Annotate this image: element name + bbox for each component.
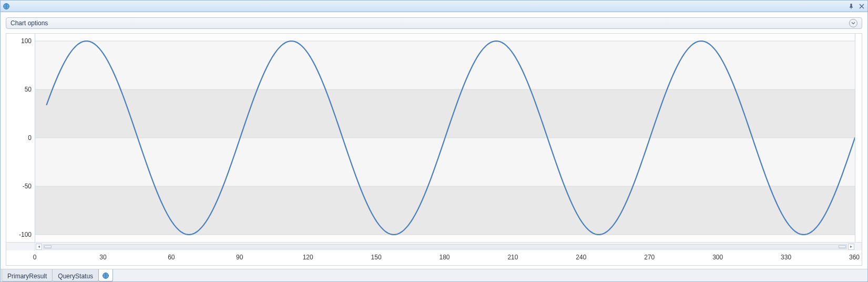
chart-options-bar[interactable]: Chart options (6, 17, 862, 29)
tab-label: PrimaryResult (7, 273, 47, 280)
scroll-left-button[interactable]: ◂ (36, 244, 42, 250)
scroll-thumb-right[interactable] (839, 245, 846, 248)
horizontal-scrollbar[interactable]: ◂ ▸ (6, 242, 862, 250)
panel-body: Chart options -100-50050100 ◂ (1, 12, 867, 269)
svg-rect-3 (35, 89, 855, 138)
close-icon[interactable] (858, 3, 865, 10)
x-tick-label: 30 (99, 254, 106, 261)
tab-querystatus[interactable]: QueryStatus (52, 269, 99, 281)
svg-rect-2 (35, 138, 855, 186)
x-tick-label: 270 (644, 254, 655, 261)
tab-chart[interactable] (98, 269, 113, 281)
globe-icon (102, 272, 109, 279)
tab-primaryresult[interactable]: PrimaryResult (2, 269, 53, 281)
chart-panel: Chart options -100-50050100 ◂ (0, 0, 868, 282)
y-tick-label: 100 (21, 37, 32, 45)
result-tabs: PrimaryResult QueryStatus (1, 269, 867, 281)
panel-titlebar (1, 1, 867, 12)
y-tick-label: -100 (19, 231, 32, 238)
x-tick-label: 60 (168, 254, 175, 261)
globe-icon (3, 3, 10, 10)
x-tick-label: 210 (507, 254, 518, 261)
plot-area (35, 34, 855, 242)
x-axis: 0306090120150180210240270300330360 (35, 250, 855, 265)
y-tick-label: 0 (28, 134, 32, 142)
y-tick-label: 50 (25, 86, 32, 93)
x-tick-label: 300 (712, 254, 723, 261)
x-tick-label: 120 (303, 254, 313, 261)
y-axis: -100-50050100 (6, 34, 35, 242)
scroll-right-button[interactable]: ▸ (848, 244, 854, 250)
chart-frame: -100-50050100 ◂ ▸ (6, 33, 862, 266)
x-tick-label: 360 (849, 254, 860, 261)
x-tick-label: 330 (781, 254, 791, 261)
x-tick-label: 90 (236, 254, 243, 261)
x-tick-label: 240 (576, 254, 586, 261)
chevron-down-icon[interactable] (849, 19, 857, 27)
tab-label: QueryStatus (58, 273, 93, 280)
y-tick-label: -50 (23, 183, 32, 190)
pin-icon[interactable] (847, 3, 855, 10)
x-tick-label: 150 (371, 254, 382, 261)
x-tick-label: 0 (33, 254, 37, 261)
scroll-track[interactable] (43, 244, 847, 249)
x-tick-label: 180 (439, 254, 450, 261)
chart-options-label: Chart options (11, 19, 48, 27)
scroll-thumb-left[interactable] (44, 245, 52, 248)
